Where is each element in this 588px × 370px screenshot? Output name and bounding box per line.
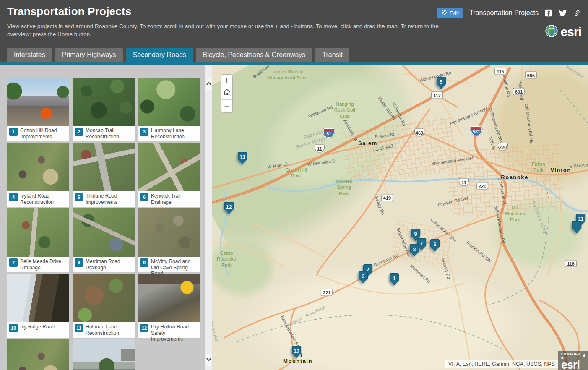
map-marker-3[interactable]: 3 [359,271,368,283]
tab-interstates[interactable]: Interstates [7,48,52,62]
road-label-grandin-rd-sw: Grandin Rd SW [437,195,468,207]
tab-secondary-roads[interactable]: Secondary Roads [126,48,193,62]
project-caption: 10Ivy Ridge Road [7,322,69,338]
route-shield-581: 581 [471,126,482,135]
road-label-bradshaw: Bradshaw [252,65,270,79]
project-thumbnail [73,274,135,322]
project-card-10[interactable]: 10Ivy Ridge Road [7,274,69,338]
tab-transit[interactable]: Transit [315,48,349,62]
map-marker-6[interactable]: 6 [430,239,440,251]
place-label-roanoke: Roanoke [501,174,528,180]
zoom-in-button[interactable]: + [221,75,232,87]
road-label-w-main-st: W Main St [267,161,288,169]
project-card-11[interactable]: 11Huffman Lane Reconstruction [73,274,135,338]
road-label-e-main-st: E Main St [375,132,395,139]
project-thumbnail [73,208,135,257]
project-title: Merriman Road Drainage [86,258,133,271]
project-caption: 8Merriman Road Drainage [73,257,135,272]
park-label-mill: MillMountainPark [505,205,525,223]
route-shield-220: 220 [498,143,508,151]
project-thumbnail [7,274,69,322]
project-number-badge: 9 [140,258,148,267]
project-card-2[interactable]: 2Moncap Trail Reconstruction [73,78,135,141]
boundary-label-roanoke: Roanoke [303,129,325,140]
zoom-out-button[interactable]: − [221,100,232,112]
map-marker-5[interactable]: 5 [437,77,446,89]
home-button[interactable] [221,87,232,100]
project-card-4[interactable]: 4Ivyland Road Reconstruction [7,143,69,207]
map-marker-13[interactable]: 13 [238,152,247,164]
project-card-9[interactable]: 9McVitty Road and Old Cave Spring Road [138,208,200,272]
project-number-badge: 6 [140,193,148,201]
twitter-icon[interactable] [559,9,567,17]
project-card-6[interactable]: 6Kenwick Trail Drainage [138,143,200,207]
project-number-badge: 5 [75,193,83,201]
map-marker-pin: 1 [390,273,399,285]
tab-bicycle-pedestrians-greenways[interactable]: Bicycle, Pedestrians & Greenways [196,48,312,62]
park-label-green-hill: Green HillPark [285,167,307,179]
road-label-keagy-rd: Keagy Rd [374,195,386,215]
tab-bar: InterstatesPrimary HighwaysSecondary Roa… [0,47,588,62]
road-label-n-electric-rd: N Electric Rd [392,102,407,127]
project-thumbnail [73,339,135,370]
project-card[interactable] [7,339,69,370]
page-subtitle: View active projects in and around Roano… [7,23,450,38]
route-shield-115: 115 [494,68,506,75]
project-number-badge: 7 [9,258,18,267]
terrain-valley [237,262,531,370]
route-shield-116: 116 [565,260,577,267]
facebook-icon[interactable] [544,9,553,17]
boundary-label-salem-city: Salem (City) [295,136,326,150]
park-label-fallon: FallonPark [532,161,545,173]
map-marker-12[interactable]: 12 [224,202,234,214]
scroll-up-button[interactable] [206,78,212,90]
road-label-e-washington-ave: E Washington Ave [569,161,588,169]
project-thumbnail [138,274,200,322]
place-label-vinton: Vinton [550,167,571,173]
place-label-salem: Salem [358,140,377,146]
sidebar-scrollbar[interactable] [205,65,212,370]
street-grid-roanoke [447,143,565,218]
park-label-mowles: MowlesSpringPark [336,178,352,196]
edit-button[interactable]: Edit [437,8,463,18]
road-label-roselawn-rd: Roselawn Rd [373,253,399,268]
project-card-7[interactable]: 7Belle Meade Drive Drainage [7,208,69,272]
road-label-w-riverside-dr: W Riverside Dr [307,158,337,167]
map-marker[interactable] [572,221,582,233]
map-marker-8[interactable]: 8 [410,244,419,256]
park-label-hanging: HangingRock GolfClub [334,101,356,119]
project-card-12[interactable]: 12Dry Hollow Road Safety Improvements [138,274,200,338]
project-thumbnail [73,78,135,126]
road-label-franklin-rd-sw: Franklin Rd SW [466,240,492,263]
scroll-down-button[interactable] [206,354,212,366]
project-card-8[interactable]: 8Merriman Road Drainage [73,208,135,272]
project-thumbnail [73,143,135,191]
home-icon [223,88,231,99]
map-marker-1[interactable]: 1 [390,273,399,285]
project-caption: 9McVitty Road and Old Cave Spring Road [138,257,200,272]
boundary-label-botetour: Botetour [565,65,585,80]
powered-by-brand: esri [561,360,585,370]
map-canvas[interactable]: Havens WildlifeManagement AreaHangingRoc… [212,65,588,370]
project-card[interactable] [73,339,135,370]
gear-icon [442,10,447,16]
terrain-ridge [234,65,441,224]
map-marker-10[interactable]: 10 [292,346,302,358]
project-card-3[interactable]: 3Harmony Lane Reconstruction [138,78,200,141]
park-label-havens-wildlife: Havens WildlifeManagement Area [267,69,307,81]
tab-primary-highways[interactable]: Primary Highways [55,48,123,62]
road-label-us-11-alt: US-11-ALT [372,143,394,152]
share-link-icon[interactable] [573,9,581,17]
project-title: Kenwick Trail Drainage [151,193,198,205]
project-thumbnail [7,339,69,370]
project-caption: 7Belle Meade Drive Drainage [7,257,69,272]
road-label-s-jefferson-st: S Jefferson St [497,177,507,205]
park-label-camp: CampRoanokePark [217,250,236,268]
project-card-1[interactable]: 1Cotton Hill Road Improvements [7,78,69,141]
project-thumbnail [7,143,69,191]
road-label-old-mountain-rd-ne: Old Mountain Rd NE [524,103,534,144]
project-caption: 2Moncap Trail Reconstruction [73,126,135,141]
road-label-hollins-rd: Hollins Rd [518,80,525,101]
app-title-link[interactable]: Transportation Projects [469,9,539,17]
project-card-5[interactable]: 5Thirlane Road Improvements [73,143,135,207]
